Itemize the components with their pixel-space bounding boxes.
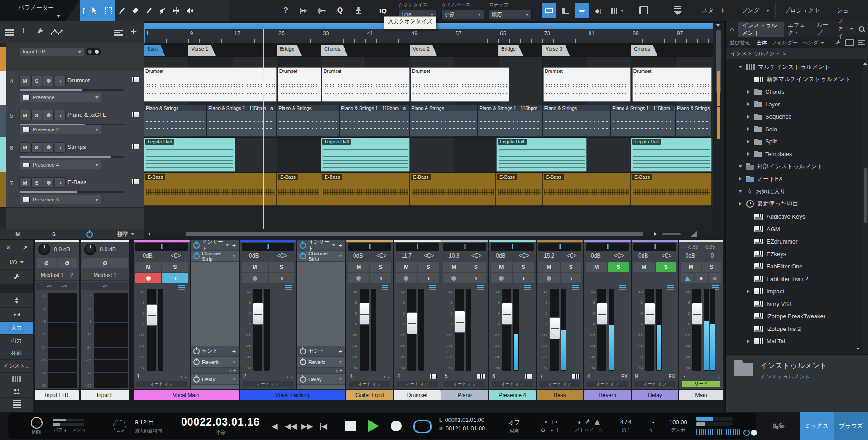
record-arm-button[interactable] xyxy=(491,273,512,283)
chevron-down-icon[interactable] xyxy=(57,15,60,18)
split-tool-icon[interactable] xyxy=(115,0,129,21)
track-monitor-button[interactable]: ◑ xyxy=(55,110,66,120)
tree-item-layer[interactable]: Layer xyxy=(726,98,862,111)
close-icon[interactable]: × xyxy=(0,244,17,251)
monitor-button[interactable]: ◑ xyxy=(370,273,392,283)
clip-piano-strings[interactable]: Piano & Strings xyxy=(410,105,478,136)
rail-wrench-button[interactable] xyxy=(0,270,33,284)
list-view-icon[interactable] xyxy=(858,39,865,46)
clip-drumset[interactable]: Drumset xyxy=(322,67,409,102)
narrow-channels-button[interactable] xyxy=(0,308,33,322)
chevron-down-icon[interactable] xyxy=(332,244,336,246)
automation-mode[interactable]: オート:オフ xyxy=(539,381,580,387)
tab-effects[interactable]: エフェクト xyxy=(784,21,813,37)
monitor-button[interactable]: ◑ xyxy=(465,273,487,283)
tab-instruments[interactable]: インストゥルメント xyxy=(738,22,784,37)
channel-name-input-l-r[interactable]: Input L+R xyxy=(35,390,79,400)
send-slot-reverb[interactable]: Reverb xyxy=(191,357,239,368)
track-volume-slider[interactable] xyxy=(20,191,124,193)
volume-value[interactable]: -11.7 xyxy=(394,253,417,259)
input-source[interactable]: Mic/Inst 1 xyxy=(81,270,129,281)
fader-track[interactable] xyxy=(407,289,416,371)
power-icon[interactable] xyxy=(193,359,200,365)
automation-mode[interactable]: オート:オフ xyxy=(397,381,438,387)
start-page-button[interactable]: スタート xyxy=(697,0,730,21)
channel-name-drumset[interactable]: Drumset xyxy=(394,390,441,400)
tree-item-[interactable]: 新規マルチインストゥルメント xyxy=(726,73,862,86)
fader-thumb[interactable] xyxy=(692,303,703,325)
fader-track[interactable] xyxy=(455,289,464,371)
power-icon[interactable] xyxy=(193,253,200,259)
tree-item-impact[interactable]: Impact xyxy=(726,285,862,298)
marker-verse-3[interactable]: Verse 3 xyxy=(542,45,570,56)
track-solo-button[interactable]: S xyxy=(31,142,42,153)
q-button[interactable]: Q xyxy=(333,0,347,21)
clip-legato-hall[interactable]: Legato Hall xyxy=(144,138,235,172)
fader-thumb[interactable] xyxy=(407,312,417,334)
clip-legato-hall[interactable]: Legato Hall xyxy=(496,138,586,172)
channel-name-reverb[interactable]: Reverb xyxy=(584,390,631,400)
marker-verse-2[interactable]: Verse 2 xyxy=(410,45,437,56)
solo-button[interactable]: S xyxy=(513,262,534,272)
track-record-button[interactable] xyxy=(43,76,54,86)
pan-control[interactable] xyxy=(633,243,676,251)
mute-button[interactable]: M xyxy=(538,262,560,272)
page-edit-button[interactable]: 編集 xyxy=(762,412,796,440)
lane-e-bass[interactable]: E-BassE-BassE-BassE-BassE-BassE-BassE-Ba… xyxy=(144,172,713,207)
arrangement-lanes[interactable]: DrumsetDrumsetDrumsetDrumsetDrumsetDrums… xyxy=(144,57,713,229)
sync-control[interactable]: オフ 同期 xyxy=(508,413,521,439)
fader-thumb[interactable] xyxy=(549,317,560,339)
send-slot-delay[interactable]: Delay xyxy=(297,374,345,385)
grid-add-button[interactable] xyxy=(607,3,628,18)
pan-value[interactable]: <C> xyxy=(268,253,296,259)
solo-button[interactable]: S xyxy=(418,262,439,272)
track-record-button[interactable] xyxy=(43,110,54,120)
clip-e-bass[interactable]: E-Bass xyxy=(410,173,496,206)
record-arm-button[interactable] xyxy=(135,273,161,283)
pan-control[interactable] xyxy=(586,243,629,251)
add-track-button[interactable]: + xyxy=(130,25,137,38)
rail-instruments-tab[interactable]: インスト... xyxy=(0,360,33,373)
tree-item-sequence[interactable]: Sequence xyxy=(726,110,862,123)
range-tool-icon[interactable] xyxy=(101,0,115,21)
channel-name-main[interactable]: Main xyxy=(679,390,723,400)
tree-item-[interactable]: ☆お気に入り xyxy=(726,185,862,198)
macro-button[interactable] xyxy=(351,0,365,21)
add-icon[interactable]: + xyxy=(340,368,342,373)
lane-drumset[interactable]: DrumsetDrumsetDrumsetDrumsetDrumsetDrums… xyxy=(144,67,713,103)
global-solo-button[interactable]: S xyxy=(36,229,72,239)
fader-thumb[interactable] xyxy=(644,303,655,325)
global-mute-button[interactable]: M xyxy=(0,229,36,239)
channel-name-vocal-backing[interactable]: Vocal Backing xyxy=(240,390,345,400)
performance-meter[interactable]: パフォーマンス xyxy=(53,413,86,439)
clip-piano-strings-1-115bpm[interactable]: Piano & Strings 1 - 115bpm xyxy=(675,105,712,136)
volume-value[interactable]: 0dB xyxy=(584,253,608,259)
marker-chorus[interactable]: Chorus xyxy=(631,45,657,56)
tab-files[interactable]: ファイ xyxy=(833,21,855,37)
metronome-control[interactable]: ● メトロノーム xyxy=(575,413,603,439)
tempo-control[interactable]: 100.00 テンポ xyxy=(669,413,687,439)
clip-e-bass[interactable]: E-Bass xyxy=(321,173,410,206)
instrument-select[interactable]: Presence 4 xyxy=(20,160,101,169)
pan-control[interactable] xyxy=(443,243,486,251)
tree-item-[interactable]: マルチインストゥルメント xyxy=(726,61,862,73)
monitor-button[interactable]: ◑ xyxy=(513,273,534,283)
play-button[interactable] xyxy=(368,420,379,432)
volume-value[interactable]: -10.3 xyxy=(441,253,465,259)
tree-item-izotope-iris-2[interactable]: iZotope Iris 2 xyxy=(726,323,862,335)
horizontal-scroll-thumb[interactable] xyxy=(186,232,643,236)
automation-power-button[interactable] xyxy=(72,229,108,239)
rail-remote-button[interactable] xyxy=(0,385,33,398)
song-position[interactable]: 00022.03.01.16 小節 xyxy=(181,413,260,439)
record-button[interactable] xyxy=(391,421,402,431)
automation-mode[interactable]: オート:オフ xyxy=(136,381,187,387)
tree-item-[interactable]: 最近使った項目 xyxy=(726,198,862,210)
gear-icon[interactable]: ⚙ xyxy=(540,427,546,434)
loop-end[interactable]: R00121.01.01.00 xyxy=(439,426,485,432)
pan-control[interactable] xyxy=(242,243,294,251)
instrument-select[interactable]: Presence 2 xyxy=(20,125,101,134)
track-mute-button[interactable]: M xyxy=(19,142,30,153)
mixer-channel-delay[interactable]: 0dB<C>MS1060-6-12-24-36-489FXオート:オフ xyxy=(632,240,678,389)
add-insert-button[interactable]: + xyxy=(339,242,342,249)
gain-knob[interactable] xyxy=(38,244,50,255)
